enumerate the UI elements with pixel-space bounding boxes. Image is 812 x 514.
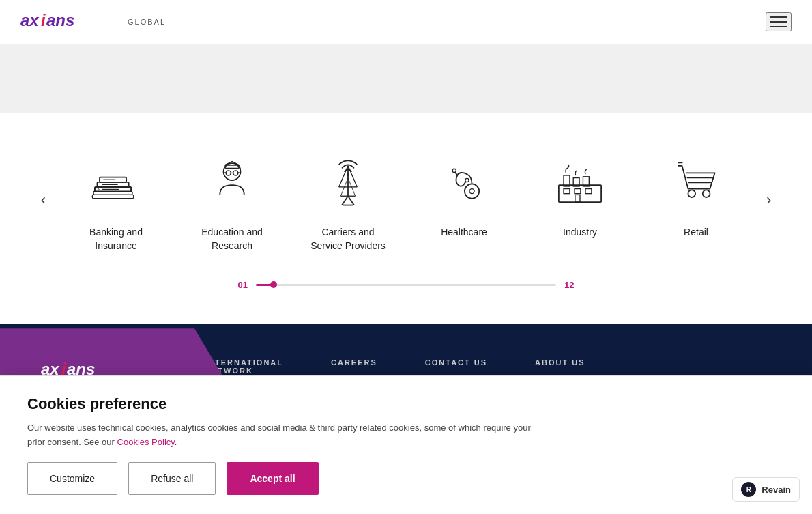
cookie-text: Our website uses technical cookies, anal… [27,421,532,438]
banking-label: Banking andInsurance [89,226,143,253]
carousel-item-healthcare[interactable]: Healthcare [406,140,522,246]
industry-label: Industry [563,226,597,240]
logo-area: ax i ans GLOBAL [20,10,166,34]
axians-logo[interactable]: ax i ans [20,10,102,34]
footer-about-label[interactable]: ABOUT US [535,358,585,367]
svg-line-22 [342,196,348,205]
svg-rect-45 [585,189,592,194]
progress-section: 01 12 [0,280,812,304]
svg-rect-12 [92,195,133,198]
cookie-policy-link[interactable]: Cookies Policy [117,437,175,438]
hero-section [0,44,812,113]
svg-line-23 [348,196,354,205]
svg-line-17 [224,173,226,173]
carousel-container: ‹ $ [0,140,812,259]
svg-line-18 [238,173,240,173]
retail-label: Retail [684,226,708,240]
progress-bar-fill [256,284,274,286]
svg-point-50 [703,190,710,197]
svg-line-29 [348,166,357,187]
carousel-item-education[interactable]: Education andResearch [174,140,290,259]
carousel-item-retail[interactable]: Retail [638,140,754,246]
cookie-body-text: Our website uses technical cookies, anal… [27,423,531,438]
carousel-item-carriers[interactable]: Carriers andService Providers [290,140,406,259]
svg-point-14 [226,171,231,175]
svg-text:ans: ans [46,11,74,29]
svg-text:ax: ax [20,11,40,29]
carousel-items: $ Banking andInsurance [58,140,754,259]
cookie-banner: Cookies preference Our website uses tech… [0,375,812,438]
svg-text:$: $ [97,186,100,191]
svg-point-38 [465,178,469,182]
svg-point-15 [233,171,238,175]
retail-icon [665,147,727,215]
carousel-item-banking[interactable]: $ Banking andInsurance [58,140,174,259]
footer-nav-careers[interactable]: CAREERS [331,358,377,375]
carousel-prev-button[interactable]: ‹ [29,184,58,216]
svg-point-33 [465,184,479,198]
svg-text:i: i [41,11,46,29]
carriers-label: Carriers andService Providers [310,226,386,253]
logo-global-label: GLOBAL [128,18,166,26]
footer-nav: INTERNATIONALNETWORK CAREERS CONTACT US … [205,358,771,375]
education-icon [201,147,263,215]
cookie-body-end: . [175,437,177,438]
svg-point-32 [347,173,349,176]
footer-nav-about[interactable]: ABOUT US [535,358,585,375]
progress-end: 12 [564,280,574,290]
bank-icon: $ [85,147,147,215]
svg-line-28 [339,166,348,187]
header: ax i ans GLOBAL [0,0,812,44]
menu-button[interactable] [766,12,792,31]
carousel-item-industry[interactable]: Industry [522,140,638,246]
svg-point-49 [688,190,695,197]
svg-rect-46 [575,195,580,202]
hamburger-line-3 [770,26,787,27]
logo-divider [115,15,115,29]
svg-point-34 [469,189,474,194]
hamburger-line-2 [770,21,787,23]
carriers-icon [317,147,379,215]
footer-careers-label[interactable]: CAREERS [331,358,377,367]
progress-bar[interactable] [256,284,556,286]
cookie-title: Cookies preference [27,395,785,413]
progress-dot [270,281,277,288]
hamburger-line-1 [770,16,787,18]
healthcare-icon [433,147,495,215]
progress-start: 01 [238,280,248,290]
footer-contact-label[interactable]: CONTACT US [425,358,487,367]
footer-nav-contact[interactable]: CONTACT US [425,358,487,375]
carousel-next-button[interactable]: › [754,184,783,216]
svg-rect-43 [564,189,570,194]
svg-point-37 [452,169,456,172]
education-label: Education andResearch [201,226,263,253]
carousel-section: ‹ $ [0,113,812,324]
svg-rect-19 [225,165,239,168]
healthcare-label: Healthcare [441,226,487,240]
svg-line-36 [463,182,466,185]
svg-rect-44 [575,189,581,194]
industry-icon [549,147,611,215]
